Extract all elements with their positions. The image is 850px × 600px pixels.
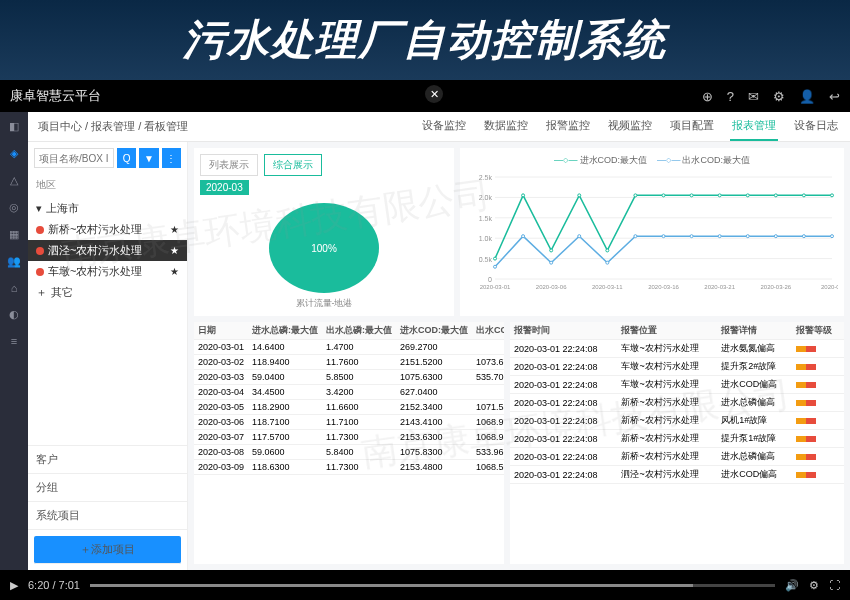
col-header: 报警时间	[510, 322, 617, 340]
svg-point-22	[774, 194, 777, 197]
col-header: 出水COD:最	[472, 322, 504, 340]
alarm-level-icon	[796, 436, 816, 442]
help-icon[interactable]: ?	[727, 89, 734, 104]
svg-point-26	[522, 235, 525, 238]
rail-item[interactable]: ▦	[9, 228, 19, 241]
svg-text:2020-03-06: 2020-03-06	[536, 284, 567, 290]
table-row[interactable]: 2020-03-01 22:24:08新桥~农村污水处理进水总磷偏高	[510, 394, 844, 412]
svg-point-29	[606, 261, 609, 264]
view-list-button[interactable]: 列表展示	[200, 154, 258, 176]
rail-item[interactable]: 👥	[7, 255, 21, 268]
tab-0[interactable]: 设备监控	[420, 112, 468, 141]
add-icon[interactable]: ⊕	[702, 89, 713, 104]
logout-icon[interactable]: ↩	[829, 89, 840, 104]
svg-text:2020-03-01: 2020-03-01	[480, 284, 511, 290]
search-input[interactable]	[34, 148, 114, 168]
col-header: 报警等级	[792, 322, 844, 340]
settings-icon[interactable]: ⚙	[809, 579, 819, 592]
date-chip[interactable]: 2020-03	[200, 180, 249, 195]
rail-item[interactable]: ≡	[11, 335, 17, 347]
project-sidebar: Q ▼ ⋮ 地区 ▾ 上海市 新桥~农村污水处理★泗泾~农村污水处理★车墩~农村…	[28, 142, 188, 570]
alarm-table: 报警时间报警位置报警详情报警等级2020-03-01 22:24:08车墩~农村…	[510, 322, 844, 564]
table-row[interactable]: 2020-03-06118.710011.71002143.41001068.9…	[194, 415, 504, 430]
side-link[interactable]: 分组	[28, 474, 187, 502]
video-progress[interactable]	[90, 584, 775, 587]
rail-item[interactable]: ⌂	[11, 282, 18, 294]
table-row[interactable]: 2020-03-01 22:24:08车墩~农村污水处理进水COD偏高	[510, 376, 844, 394]
rail-item[interactable]: ◎	[9, 201, 19, 214]
svg-point-23	[802, 194, 805, 197]
line-chart-card: 进水COD:最大值 出水COD:最大值 00.5k1.0k1.5k2.0k2.5…	[460, 148, 844, 316]
fullscreen-icon[interactable]: ⛶	[829, 579, 840, 591]
play-button[interactable]: ▶	[10, 579, 18, 592]
table-row[interactable]: 2020-03-01 22:24:08新桥~农村污水处理提升泵1#故障	[510, 430, 844, 448]
side-link[interactable]: 客户	[28, 446, 187, 474]
tab-3[interactable]: 视频监控	[606, 112, 654, 141]
table-row[interactable]: 2020-03-01 22:24:08车墩~农村污水处理提升泵2#故障	[510, 358, 844, 376]
rail-item[interactable]: ◈	[10, 147, 18, 160]
col-header: 日期	[194, 322, 248, 340]
view-combined-button[interactable]: 综合展示	[264, 154, 322, 176]
tree-item[interactable]: 车墩~农村污水处理★	[28, 261, 187, 282]
table-row[interactable]: 2020-03-0114.64001.4700269.2700	[194, 340, 504, 355]
more-button[interactable]: ⋮	[162, 148, 181, 168]
table-row[interactable]: 2020-03-01 22:24:08新桥~农村污水处理进水总磷偏高	[510, 448, 844, 466]
table-row[interactable]: 2020-03-01 22:24:08车墩~农村污水处理进水氨氮偏高	[510, 340, 844, 358]
svg-point-32	[690, 235, 693, 238]
tree-root[interactable]: ▾ 上海市	[28, 198, 187, 219]
table-row[interactable]: 2020-03-09118.630011.73002153.48001068.5…	[194, 460, 504, 475]
close-icon[interactable]: ✕	[425, 85, 443, 103]
alarm-level-icon	[796, 346, 816, 352]
tab-1[interactable]: 数据监控	[482, 112, 530, 141]
rail-item[interactable]: ◐	[9, 308, 19, 321]
table-row[interactable]: 2020-03-05118.290011.66002152.34001071.5…	[194, 400, 504, 415]
svg-point-34	[746, 235, 749, 238]
user-icon[interactable]: 👤	[799, 89, 815, 104]
col-header: 报警位置	[617, 322, 717, 340]
svg-point-16	[606, 249, 609, 252]
search-button[interactable]: Q	[117, 148, 136, 168]
tab-6[interactable]: 设备日志	[792, 112, 840, 141]
svg-point-24	[831, 194, 834, 197]
alarm-level-icon	[796, 364, 816, 370]
table-row[interactable]: 2020-03-07117.570011.73002153.63001068.9…	[194, 430, 504, 445]
mail-icon[interactable]: ✉	[748, 89, 759, 104]
platform-name: 康卓智慧云平台	[10, 87, 101, 105]
svg-point-37	[831, 235, 834, 238]
svg-text:0.5k: 0.5k	[479, 256, 493, 263]
alarm-level-icon	[796, 472, 816, 478]
table-row[interactable]: 2020-03-0359.04005.85001075.6300535.70	[194, 370, 504, 385]
settings-icon[interactable]: ⚙	[773, 89, 785, 104]
svg-text:2.5k: 2.5k	[479, 174, 493, 181]
filter-button[interactable]: ▼	[139, 148, 158, 168]
table-row[interactable]: 2020-03-02118.940011.76002151.52001073.6…	[194, 355, 504, 370]
banner: 污水处理厂自动控制系统	[0, 0, 850, 80]
svg-text:1.5k: 1.5k	[479, 215, 493, 222]
tree-item[interactable]: 新桥~农村污水处理★	[28, 219, 187, 240]
breadcrumb: 项目中心 / 报表管理 / 看板管理	[38, 119, 188, 134]
tree-item[interactable]: 泗泾~农村污水处理★	[28, 240, 187, 261]
svg-point-18	[662, 194, 665, 197]
tab-4[interactable]: 项目配置	[668, 112, 716, 141]
tab-5[interactable]: 报表管理	[730, 112, 778, 141]
rail-item[interactable]: △	[10, 174, 18, 187]
col-header: 进水COD:最大值	[396, 322, 472, 340]
table-row[interactable]: 2020-03-01 22:24:08新桥~农村污水处理风机1#故障	[510, 412, 844, 430]
pie-card: 列表展示 综合展示 2020-03 100% 累计流量-地港	[194, 148, 454, 316]
side-link[interactable]: 系统项目	[28, 502, 187, 530]
svg-text:2020-03-21: 2020-03-21	[704, 284, 735, 290]
tree-other[interactable]: ＋ 其它	[28, 282, 187, 303]
rail-item[interactable]: ◧	[9, 120, 19, 133]
tab-2[interactable]: 报警监控	[544, 112, 592, 141]
table-row[interactable]: 2020-03-0434.45003.4200627.0400	[194, 385, 504, 400]
legend-item: 进水COD:最大值	[554, 154, 647, 167]
svg-point-30	[634, 235, 637, 238]
video-controls: ▶ 6:20 / 7:01 🔊 ⚙ ⛶	[0, 570, 850, 600]
add-project-button[interactable]: ＋添加项目	[34, 536, 181, 564]
svg-text:2020-03: 2020-03	[821, 284, 838, 290]
main-area: 项目中心 / 报表管理 / 看板管理 设备监控数据监控报警监控视频监控项目配置报…	[28, 112, 850, 570]
table-row[interactable]: 2020-03-01 22:24:08泗泾~农村污水处理进水COD偏高	[510, 466, 844, 484]
volume-icon[interactable]: 🔊	[785, 579, 799, 592]
alarm-level-icon	[796, 454, 816, 460]
table-row[interactable]: 2020-03-0859.06005.84001075.8300533.96	[194, 445, 504, 460]
